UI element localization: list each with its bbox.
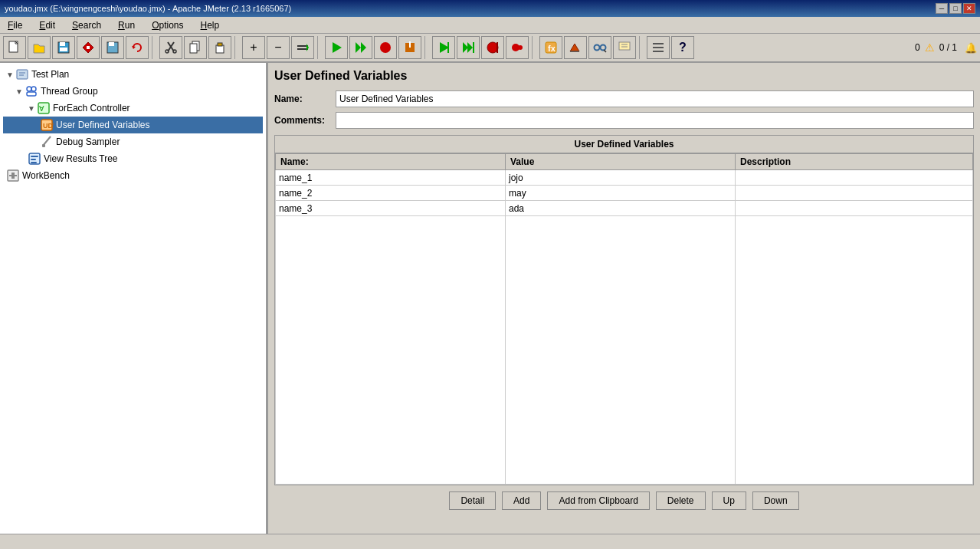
separator-6 (639, 36, 644, 59)
comments-input[interactable] (336, 112, 974, 129)
down-button[interactable]: Down (752, 491, 799, 510)
collapse-button[interactable]: − (267, 36, 290, 59)
tree-item-workbench[interactable]: WorkBench (3, 167, 263, 184)
paste-button[interactable] (208, 36, 231, 59)
function-helper-button[interactable]: fx (539, 36, 562, 59)
tree-item-user-defined-variables[interactable]: UDV User Defined Variables (3, 117, 263, 133)
variables-section-title: User Defined Variables (275, 136, 973, 153)
svg-rect-48 (653, 47, 664, 48)
add-button[interactable]: Add (502, 491, 541, 510)
remote-run-button[interactable] (432, 36, 455, 59)
svg-marker-23 (356, 42, 361, 53)
list-view-button[interactable] (647, 36, 670, 59)
expand-button[interactable]: + (242, 36, 265, 59)
name-label: Name: (274, 94, 336, 104)
svg-rect-29 (447, 42, 449, 53)
row1-value[interactable]: jojo (506, 170, 736, 186)
row3-description[interactable] (736, 201, 973, 216)
open-button[interactable] (28, 36, 51, 59)
svg-marker-10 (132, 46, 136, 49)
tree-label-debug-sampler: Debug Sampler (56, 136, 120, 147)
row3-name[interactable]: name_3 (276, 201, 506, 216)
row2-description[interactable] (736, 186, 973, 201)
menu-file[interactable]: File (3, 18, 27, 32)
main-area: ▼ Test Plan ▼ Thread Group ▼ ∀ ForEach C… (0, 63, 980, 534)
tree-button[interactable] (613, 36, 636, 59)
svg-rect-9 (109, 42, 114, 46)
menu-options[interactable]: Options (147, 18, 188, 32)
svg-text:∀: ∀ (39, 105, 44, 113)
remote-stop-button[interactable] (481, 36, 504, 59)
menu-help[interactable]: Help (196, 18, 225, 32)
warning-icon: ⚠ (925, 41, 935, 54)
menubar: File Edit Search Run Options Help (0, 17, 980, 34)
save2-button[interactable] (101, 36, 124, 59)
shutdown-button[interactable] (398, 36, 421, 59)
svg-text:UDV: UDV (43, 122, 54, 130)
delete-button[interactable]: Delete (656, 491, 706, 510)
stop2-button[interactable] (374, 36, 397, 59)
detail-button[interactable]: Detail (449, 491, 496, 510)
svg-marker-24 (361, 42, 366, 53)
separator-4 (424, 36, 429, 59)
row1-description[interactable] (736, 170, 973, 186)
content-pane: User Defined Variables Name: Comments: U… (268, 63, 980, 534)
save-button[interactable] (52, 36, 75, 59)
new-button[interactable] (3, 36, 26, 59)
svg-rect-7 (87, 46, 90, 49)
comments-row: Comments: (274, 112, 974, 129)
tree-item-debug-sampler[interactable]: Debug Sampler (3, 133, 263, 150)
help-button[interactable]: ? (671, 36, 694, 59)
clear-button[interactable] (564, 36, 587, 59)
svg-rect-0 (9, 41, 18, 52)
remote-stop-all-button[interactable] (506, 36, 529, 59)
svg-rect-42 (599, 47, 601, 48)
row1-name[interactable]: name_1 (276, 170, 506, 186)
maximize-button[interactable]: □ (949, 3, 962, 14)
run-no-pauses-button[interactable] (349, 36, 372, 59)
status-area: 0 ⚠ 0 / 1 🔔 (915, 41, 977, 54)
up-button[interactable]: Up (712, 491, 746, 510)
search2-button[interactable] (588, 36, 611, 59)
copy-button[interactable] (184, 36, 207, 59)
tree-item-foreach-controller[interactable]: ▼ ∀ ForEach Controller (3, 100, 263, 117)
tree-item-view-results-tree[interactable]: View Results Tree (3, 150, 263, 167)
menu-edit[interactable]: Edit (34, 18, 60, 32)
svg-point-25 (380, 42, 391, 53)
svg-rect-47 (653, 43, 664, 44)
title-text: youdao.jmx (E:\xingnengceshi\youdao.jmx)… (5, 4, 291, 13)
variables-table-body: name_1 jojo name_2 may name_3 ada (276, 170, 973, 485)
minimize-button[interactable]: ─ (936, 3, 948, 14)
svg-point-54 (31, 87, 36, 91)
stop-button[interactable] (77, 36, 100, 59)
svg-marker-31 (467, 42, 473, 53)
close-button[interactable]: ✕ (963, 3, 975, 14)
error-count: 0 / 1 (939, 42, 957, 53)
tree-item-thread-group[interactable]: ▼ Thread Group (3, 83, 263, 100)
svg-rect-65 (31, 162, 37, 163)
row2-value[interactable]: may (506, 186, 736, 201)
revert-button[interactable] (126, 36, 149, 59)
menu-run[interactable]: Run (113, 18, 139, 32)
cut-button[interactable] (159, 36, 182, 59)
menu-search[interactable]: Search (67, 18, 106, 32)
svg-rect-32 (473, 42, 474, 53)
tree-pane: ▼ Test Plan ▼ Thread Group ▼ ∀ ForEach C… (0, 63, 268, 534)
svg-point-36 (518, 45, 523, 50)
svg-rect-49 (653, 51, 664, 52)
variables-table: Name: Value Description name_1 jojo name… (275, 153, 973, 485)
tree-item-test-plan[interactable]: ▼ Test Plan (3, 66, 263, 83)
name-input[interactable] (336, 90, 974, 107)
row3-value[interactable]: ada (506, 201, 736, 216)
col-value-header: Value (506, 154, 736, 170)
add-from-clipboard-button[interactable]: Add from Clipboard (547, 491, 649, 510)
toggle-button[interactable] (291, 36, 314, 59)
svg-rect-64 (31, 159, 36, 160)
table-row: name_2 may (276, 186, 973, 201)
tree-label-workbench: WorkBench (22, 170, 70, 181)
remote-all-button[interactable] (457, 36, 480, 59)
table-row-empty (276, 216, 973, 485)
row2-name[interactable]: name_2 (276, 186, 506, 201)
run-button[interactable] (325, 36, 348, 59)
svg-line-43 (604, 50, 606, 52)
